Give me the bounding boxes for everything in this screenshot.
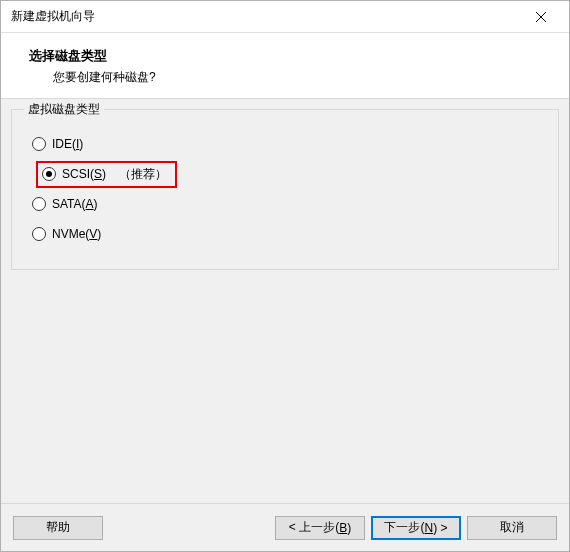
close-button[interactable] xyxy=(521,3,561,31)
radio-label: SATA(A) xyxy=(52,197,98,211)
wizard-body: 虚拟磁盘类型 IDE(I) SCSI(S) （推荐） xyxy=(1,99,569,503)
radio-label: IDE(I) xyxy=(52,137,83,151)
radio-icon xyxy=(32,137,46,151)
recommend-label: （推荐） xyxy=(119,167,167,181)
highlight-box: SCSI(S) （推荐） xyxy=(36,161,177,188)
header-subtitle: 您要创建何种磁盘? xyxy=(29,69,549,86)
next-button[interactable]: 下一步(N) > xyxy=(371,516,461,540)
help-button[interactable]: 帮助 xyxy=(13,516,103,540)
titlebar: 新建虚拟机向导 xyxy=(1,1,569,33)
wizard-header: 选择磁盘类型 您要创建何种磁盘? xyxy=(1,33,569,99)
radio-icon xyxy=(32,197,46,211)
radio-label: SCSI(S) （推荐） xyxy=(62,166,167,183)
window-title: 新建虚拟机向导 xyxy=(11,8,521,25)
disk-type-group: 虚拟磁盘类型 IDE(I) SCSI(S) （推荐） xyxy=(11,109,559,270)
radio-option-nvme[interactable]: NVMe(V) xyxy=(32,221,546,247)
radio-option-scsi[interactable]: SCSI(S) （推荐） xyxy=(32,161,546,187)
cancel-button[interactable]: 取消 xyxy=(467,516,557,540)
radio-option-ide[interactable]: IDE(I) xyxy=(32,131,546,157)
radio-icon xyxy=(42,167,56,181)
header-title: 选择磁盘类型 xyxy=(29,47,549,65)
radio-label: NVMe(V) xyxy=(52,227,101,241)
back-button[interactable]: < 上一步(B) xyxy=(275,516,365,540)
group-title: 虚拟磁盘类型 xyxy=(24,101,104,118)
wizard-footer: 帮助 < 上一步(B) 下一步(N) > 取消 xyxy=(1,503,569,551)
radio-option-sata[interactable]: SATA(A) xyxy=(32,191,546,217)
wizard-window: 新建虚拟机向导 选择磁盘类型 您要创建何种磁盘? 虚拟磁盘类型 IDE(I) xyxy=(0,0,570,552)
radio-icon xyxy=(32,227,46,241)
close-icon xyxy=(536,12,546,22)
